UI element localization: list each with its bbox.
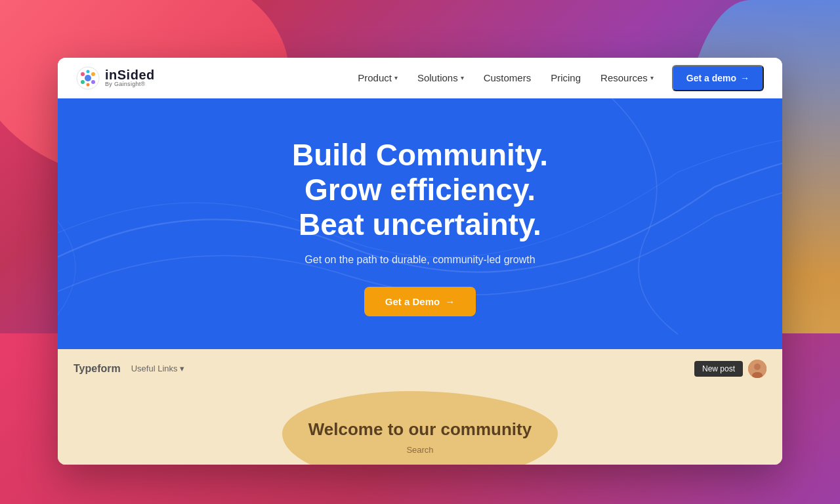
svg-point-1 bbox=[85, 75, 91, 81]
hero-section: Build Community. Grow efficiency. Beat u… bbox=[58, 98, 782, 349]
nav-product[interactable]: Product ▾ bbox=[350, 67, 406, 89]
logo-text: inSided By Gainsight® bbox=[105, 68, 155, 87]
community-blob: Welcome to our community Search bbox=[282, 391, 558, 465]
community-actions: New post bbox=[694, 360, 766, 378]
community-welcome-text: Welcome to our community bbox=[308, 419, 532, 440]
hero-cta-button[interactable]: Get a Demo → bbox=[364, 287, 476, 316]
svg-point-9 bbox=[754, 364, 761, 370]
community-useful-links[interactable]: Useful Links ▾ bbox=[131, 364, 184, 373]
svg-point-3 bbox=[91, 72, 95, 76]
nav-links: Product ▾ Solutions ▾ Customers Pricing … bbox=[350, 67, 662, 89]
nav-customers[interactable]: Customers bbox=[476, 67, 539, 89]
logo[interactable]: inSided By Gainsight® bbox=[76, 66, 155, 90]
logo-name: inSided bbox=[105, 68, 155, 81]
svg-point-5 bbox=[91, 80, 95, 84]
svg-point-6 bbox=[87, 70, 90, 73]
nav-resources[interactable]: Resources ▾ bbox=[593, 67, 662, 89]
nav-pricing[interactable]: Pricing bbox=[543, 67, 589, 89]
nav-solutions[interactable]: Solutions ▾ bbox=[410, 67, 472, 89]
hero-subtitle: Get on the path to durable, community-le… bbox=[304, 254, 535, 266]
navbar: inSided By Gainsight® Product ▾ Solution… bbox=[58, 58, 782, 98]
new-post-button[interactable]: New post bbox=[694, 361, 743, 377]
useful-links-chevron-icon: ▾ bbox=[180, 364, 184, 373]
cta-arrow-icon: → bbox=[445, 296, 455, 307]
community-preview: Typeform Useful Links ▾ New post Welcome… bbox=[58, 349, 782, 465]
avatar bbox=[748, 360, 766, 378]
get-demo-button[interactable]: Get a demo → bbox=[672, 65, 764, 91]
svg-point-7 bbox=[87, 83, 90, 86]
svg-point-2 bbox=[81, 72, 85, 76]
logo-icon bbox=[76, 66, 100, 90]
community-bar: Typeform Useful Links ▾ New post bbox=[74, 360, 766, 378]
community-search-label[interactable]: Search bbox=[406, 445, 433, 455]
main-window: inSided By Gainsight® Product ▾ Solution… bbox=[58, 58, 782, 465]
community-hero-area: Welcome to our community Search bbox=[74, 391, 766, 465]
svg-point-4 bbox=[81, 80, 85, 84]
logo-subtitle: By Gainsight® bbox=[105, 81, 155, 87]
product-chevron-icon: ▾ bbox=[394, 74, 398, 81]
resources-chevron-icon: ▾ bbox=[650, 74, 654, 81]
arrow-icon: → bbox=[740, 73, 749, 83]
community-brand: Typeform bbox=[74, 363, 121, 375]
solutions-chevron-icon: ▾ bbox=[461, 74, 464, 81]
hero-title: Build Community. Grow efficiency. Beat u… bbox=[292, 138, 548, 242]
